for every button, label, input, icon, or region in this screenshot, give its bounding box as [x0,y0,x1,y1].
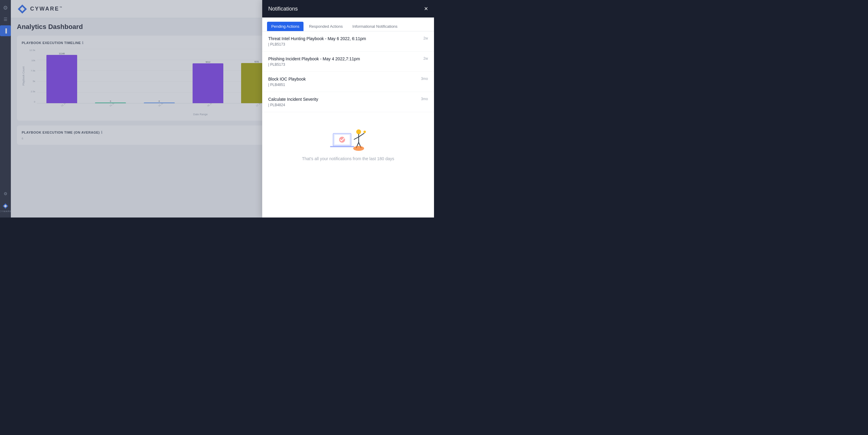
notif-content-1: Phishing Incident Playbook - May 4 2022,… [268,56,418,67]
notif-time-2: 3mo [421,77,428,81]
empty-state: That's all your notifications from the l… [262,112,434,173]
notif-content-2: Block IOC Playbook | PLB4851 [268,77,416,87]
svg-rect-7 [330,146,354,147]
svg-line-11 [354,137,359,139]
empty-state-illustration [329,124,368,151]
notifications-panel: Notifications × Pending Actions Responde… [262,0,434,218]
tabs-bar: Pending Actions Responded Actions Inform… [262,18,434,31]
notif-content-3: Calculate Incident Severity | PLB4824 [268,97,416,107]
empty-state-text: That's all your notifications from the l… [302,156,394,161]
tab-responded-actions[interactable]: Responded Actions [305,22,347,31]
notification-item-1[interactable]: Phishing Incident Playbook - May 4 2022,… [262,52,434,72]
close-button[interactable]: × [424,5,428,12]
notification-item-3[interactable]: Calculate Incident Severity | PLB4824 3m… [262,92,434,112]
notifications-list: Threat Intel Hunting Playbook - May 6 20… [262,31,434,218]
notif-time-1: 2w [424,56,428,61]
notif-id-0: | PLB5173 [268,42,418,47]
notif-title-2: Block IOC Playbook [268,77,416,82]
panel-title: Notifications [268,6,298,12]
notif-title-0: Threat Intel Hunting Playbook - May 6 20… [268,36,418,41]
panel-header: Notifications × [262,0,434,18]
tab-pending-actions[interactable]: Pending Actions [267,22,304,31]
notif-title-3: Calculate Incident Severity [268,97,416,102]
svg-point-8 [356,129,361,134]
notif-id-3: | PLB4824 [268,103,416,107]
notification-item-2[interactable]: Block IOC Playbook | PLB4851 3mo [262,72,434,92]
notif-time-0: 2w [424,36,428,40]
notif-id-1: | PLB5173 [268,62,418,67]
notif-time-3: 3mo [421,97,428,101]
notif-title-1: Phishing Incident Playbook - May 4 2022,… [268,56,418,61]
tab-informational[interactable]: Informational Notifications [348,22,402,31]
svg-point-14 [364,130,366,133]
notif-id-2: | PLB4851 [268,83,416,87]
svg-point-15 [353,146,364,151]
notification-item-0[interactable]: Threat Intel Hunting Playbook - May 6 20… [262,31,434,52]
notif-content-0: Threat Intel Hunting Playbook - May 6 20… [268,36,418,47]
